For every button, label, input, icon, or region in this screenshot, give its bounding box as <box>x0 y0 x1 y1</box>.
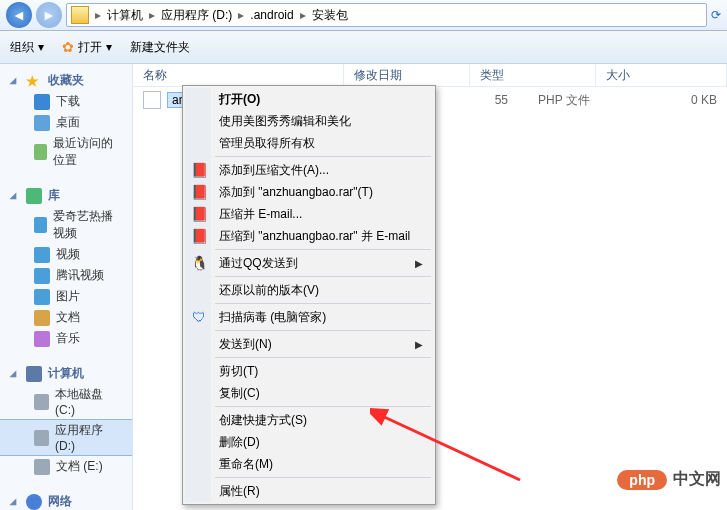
file-date-suffix: 55 <box>468 93 508 107</box>
nav-favorites[interactable]: ★收藏夹 <box>0 70 132 91</box>
nav-drive-c[interactable]: 本地磁盘 (C:) <box>0 384 132 419</box>
nav-downloads[interactable]: 下载 <box>0 91 132 112</box>
rar-icon: 📕 <box>190 227 208 245</box>
watermark: php 中文网 <box>617 469 721 490</box>
rar-icon: 📕 <box>190 161 208 179</box>
organize-button[interactable]: 组织 ▾ <box>10 39 44 56</box>
nav-video[interactable]: 视频 <box>0 244 132 265</box>
nav-desktop[interactable]: 桌面 <box>0 112 132 133</box>
nav-music[interactable]: 音乐 <box>0 328 132 349</box>
refresh-icon[interactable]: ⟳ <box>711 8 721 22</box>
file-type: PHP 文件 <box>508 92 653 109</box>
nav-fwd-button[interactable]: ► <box>36 2 62 28</box>
nav-computer[interactable]: 计算机 <box>0 363 132 384</box>
php-pill: php <box>617 470 667 490</box>
file-size: 0 KB <box>653 93 727 107</box>
nav-tencent[interactable]: 腾讯视频 <box>0 265 132 286</box>
open-button[interactable]: ✿ 打开 ▾ <box>62 39 112 56</box>
toolbar: 组织 ▾ ✿ 打开 ▾ 新建文件夹 <box>0 31 727 64</box>
col-date[interactable]: 修改日期 <box>344 64 470 86</box>
rar-icon: 📕 <box>190 183 208 201</box>
nav-recent[interactable]: 最近访问的位置 <box>0 133 132 171</box>
explorer-window: ◄ ► ▸ 计算机 ▸ 应用程序 (D:) ▸ .android ▸ 安装包 ⟳… <box>0 0 727 510</box>
ctx-scan[interactable]: 🛡扫描病毒 (电脑管家) <box>185 306 433 328</box>
ctx-compress[interactable]: 📕添加到压缩文件(A)... <box>185 159 433 181</box>
crumb-android[interactable]: .android <box>246 8 297 22</box>
nav-docs[interactable]: 文档 <box>0 307 132 328</box>
address-bar: ◄ ► ▸ 计算机 ▸ 应用程序 (D:) ▸ .android ▸ 安装包 ⟳ <box>0 0 727 31</box>
folder-icon <box>71 6 89 24</box>
newfolder-button[interactable]: 新建文件夹 <box>130 39 190 56</box>
nav-aiqiyi[interactable]: 爱奇艺热播视频 <box>0 206 132 244</box>
crumb-computer[interactable]: 计算机 <box>103 7 147 24</box>
nav-libraries[interactable]: 库 <box>0 185 132 206</box>
ctx-emailrar[interactable]: 📕压缩到 "anzhuangbao.rar" 并 E-mail <box>185 225 433 247</box>
col-name[interactable]: 名称 <box>133 64 344 86</box>
ctx-open[interactable]: 打开(O) <box>185 88 433 110</box>
crumb-current[interactable]: 安装包 <box>308 7 352 24</box>
ctx-emailzip[interactable]: 📕压缩并 E-mail... <box>185 203 433 225</box>
annotation-arrow <box>370 370 530 490</box>
nav-drive-d[interactable]: 应用程序 (D:) <box>0 419 132 456</box>
nav-pictures[interactable]: 图片 <box>0 286 132 307</box>
ctx-addtorar[interactable]: 📕添加到 "anzhuangbao.rar"(T) <box>185 181 433 203</box>
shield-icon: 🛡 <box>190 308 208 326</box>
ctx-sendto[interactable]: 发送到(N)▶ <box>185 333 433 355</box>
open-icon: ✿ <box>62 39 74 55</box>
column-headers: 名称 修改日期 类型 大小 <box>133 64 727 87</box>
rar-icon: 📕 <box>190 205 208 223</box>
ctx-restore[interactable]: 还原以前的版本(V) <box>185 279 433 301</box>
crumb-drive-d[interactable]: 应用程序 (D:) <box>157 7 236 24</box>
svg-line-0 <box>380 415 520 480</box>
qq-icon: 🐧 <box>190 254 208 272</box>
nav-back-button[interactable]: ◄ <box>6 2 32 28</box>
watermark-text: 中文网 <box>673 469 721 490</box>
ctx-qq[interactable]: 🐧通过QQ发送到▶ <box>185 252 433 274</box>
ctx-admin[interactable]: 管理员取得所有权 <box>185 132 433 154</box>
nav-drive-e[interactable]: 文档 (E:) <box>0 456 132 477</box>
col-size[interactable]: 大小 <box>596 64 727 86</box>
file-icon <box>143 91 161 109</box>
ctx-meitu[interactable]: 使用美图秀秀编辑和美化 <box>185 110 433 132</box>
col-type[interactable]: 类型 <box>470 64 596 86</box>
nav-pane: ★收藏夹 下载 桌面 最近访问的位置 库 爱奇艺热播视频 视频 腾讯视频 图片 … <box>0 64 133 510</box>
breadcrumb-box[interactable]: ▸ 计算机 ▸ 应用程序 (D:) ▸ .android ▸ 安装包 <box>66 3 707 27</box>
nav-network[interactable]: 网络 <box>0 491 132 510</box>
